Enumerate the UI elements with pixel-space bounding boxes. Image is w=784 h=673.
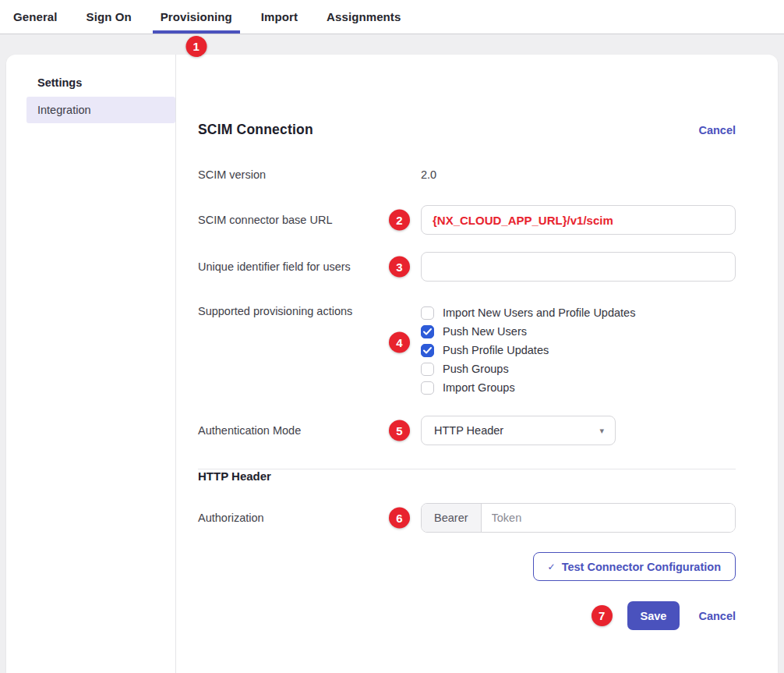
checkbox-icon <box>421 363 434 376</box>
checkbox-import-new-users-profile-updates[interactable]: Import New Users and Profile Updates <box>421 303 736 322</box>
cancel-link-top[interactable]: Cancel <box>698 124 736 136</box>
checkbox-label: Push Profile Updates <box>443 344 549 356</box>
save-button[interactable]: Save <box>627 601 680 630</box>
step-badge-6: 6 <box>389 508 410 529</box>
auth-mode-row: Authentication Mode 5 HTTP Header ▾ <box>198 416 736 445</box>
test-connector-label: Test Connector Configuration <box>562 561 721 573</box>
unique-id-input[interactable] <box>421 252 736 282</box>
checkbox-icon <box>421 325 434 338</box>
tab-label: Provisioning <box>161 10 232 23</box>
step-badge-5: 5 <box>389 420 410 441</box>
checkbox-label: Import Groups <box>443 381 515 394</box>
step-badge-2: 2 <box>389 210 410 231</box>
checkbox-push-groups[interactable]: Push Groups <box>421 360 736 378</box>
check-icon: ✓ <box>548 561 556 572</box>
provisioning-actions-row: Supported provisioning actions 4 Import … <box>198 303 736 397</box>
tab-provisioning[interactable]: Provisioning 1 <box>153 0 240 34</box>
token-input[interactable] <box>482 504 735 532</box>
checkbox-push-new-users[interactable]: Push New Users <box>421 322 736 341</box>
scim-version-value: 2.0 <box>421 168 436 181</box>
checkbox-push-profile-updates[interactable]: Push Profile Updates <box>421 341 736 360</box>
sidebar-item-integration[interactable]: Integration <box>26 97 175 123</box>
tab-assignments[interactable]: Assignments <box>319 0 408 34</box>
tab-label: General <box>13 10 58 23</box>
step-badge-3: 3 <box>389 257 410 278</box>
checkbox-icon <box>421 344 434 357</box>
cancel-link-bottom[interactable]: Cancel <box>698 610 736 622</box>
tab-sign-on[interactable]: Sign On <box>79 0 139 34</box>
settings-sidebar: Settings Integration <box>6 55 176 673</box>
step-badge-4: 4 <box>389 332 410 353</box>
chevron-down-icon: ▾ <box>599 426 604 436</box>
scim-connection-form: SCIM Connection Cancel SCIM version 2.0 … <box>176 55 778 673</box>
tab-label: Sign On <box>87 10 132 23</box>
checkbox-import-groups[interactable]: Import Groups <box>421 378 736 397</box>
field-label: SCIM version <box>198 168 421 181</box>
tab-label: Assignments <box>327 10 401 23</box>
step-badge-7: 7 <box>592 605 613 626</box>
scim-version-row: SCIM version 2.0 <box>198 168 736 182</box>
tab-import[interactable]: Import <box>253 0 305 34</box>
base-url-input[interactable] <box>421 205 736 235</box>
http-header-section-heading: HTTP Header <box>198 469 736 483</box>
field-label: Authentication Mode <box>198 424 421 437</box>
provisioning-card: Settings Integration SCIM Connection Can… <box>6 55 778 673</box>
test-connector-configuration-button[interactable]: ✓ Test Connector Configuration <box>533 552 736 581</box>
bearer-prefix: Bearer <box>422 504 482 532</box>
field-label: Supported provisioning actions <box>198 303 421 317</box>
page-title: SCIM Connection <box>198 122 313 138</box>
auth-mode-selected-value: HTTP Header <box>434 424 503 437</box>
unique-id-row: Unique identifier field for users 3 <box>198 252 736 282</box>
checkbox-icon <box>421 381 434 395</box>
step-badge-1: 1 <box>185 36 207 57</box>
checkbox-label: Push New Users <box>443 325 527 338</box>
authorization-row: Authorization 6 Bearer <box>198 503 736 533</box>
sidebar-heading: Settings <box>37 76 175 89</box>
auth-mode-select[interactable]: HTTP Header ▾ <box>421 416 616 445</box>
app-tab-bar: General Sign On Provisioning 1 Import As… <box>0 0 784 34</box>
tab-general[interactable]: General <box>5 0 65 34</box>
field-label: SCIM connector base URL <box>198 214 421 226</box>
checkbox-label: Push Groups <box>443 363 509 375</box>
base-url-row: SCIM connector base URL 2 <box>198 205 736 235</box>
authorization-input-group: Bearer <box>421 503 736 533</box>
field-label: Authorization <box>198 512 421 524</box>
field-label: Unique identifier field for users <box>198 260 421 273</box>
tab-label: Import <box>261 10 298 23</box>
checkbox-icon <box>421 306 434 320</box>
checkbox-label: Import New Users and Profile Updates <box>443 306 635 319</box>
